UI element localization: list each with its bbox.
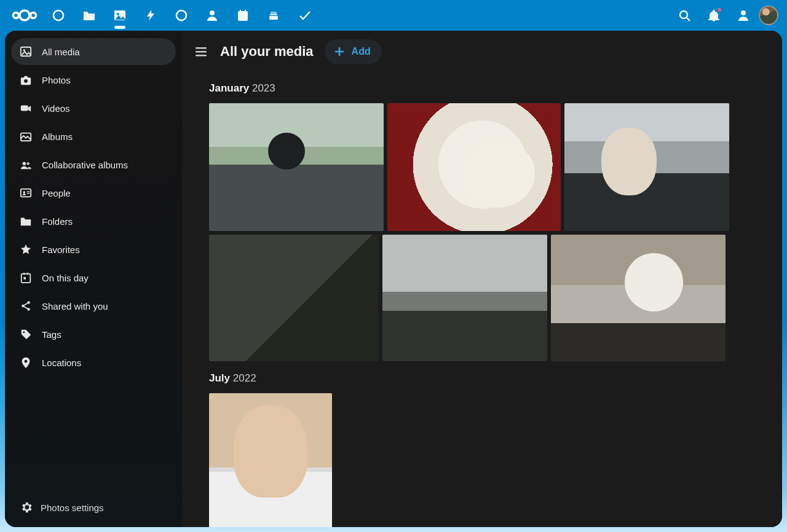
section-year: 2023 [252,82,275,94]
nextcloud-logo[interactable] [9,8,41,23]
media-thumb[interactable] [382,235,547,361]
tray-search[interactable] [678,9,691,22]
section-header: January 2023 [209,82,769,95]
search-icon [678,9,691,22]
top-bar [0,0,787,31]
section-year: 2022 [233,372,256,384]
media-thumb[interactable] [209,393,332,527]
dashboard-icon [52,9,65,22]
app-photos[interactable] [113,9,127,22]
workspace: All media Photos Videos Albums Collabora… [5,31,782,527]
favorites-icon [20,243,32,256]
tray-contacts-menu[interactable] [737,9,750,22]
app-talk[interactable] [175,9,188,22]
page-title: All your media [220,44,314,60]
app-tasks[interactable] [298,9,311,22]
contacts-icon [205,9,219,22]
app-nav [52,9,311,22]
media-grid [209,103,769,361]
sidebar: All media Photos Videos Albums Collabora… [5,31,182,527]
app-dashboard[interactable] [52,9,65,22]
media-grid [209,393,769,527]
sidebar-item-label: Albums [42,131,73,142]
media-thumb[interactable] [387,103,561,231]
talk-icon [175,9,188,22]
sidebar-item-label: Videos [42,103,70,114]
media-thumb[interactable] [209,103,384,231]
sidebar-item-label: People [42,188,71,198]
deck-icon [267,9,280,22]
add-button-label: Add [352,46,371,57]
sidebar-item-label: On this day [42,273,89,283]
contacts-menu-icon [737,9,750,22]
add-button[interactable]: Add [325,39,382,64]
sidebar-item-label: Photos [42,75,71,85]
header-tray [678,9,750,22]
sidebar-item-label: Locations [42,358,81,368]
albums-icon [20,130,32,143]
sidebar-item-tags[interactable]: Tags [11,321,176,348]
notification-dot [717,7,722,12]
media-thumb[interactable] [551,235,726,361]
sidebar-item-all-media[interactable]: All media [11,38,176,65]
section-header: July 2022 [209,372,769,385]
tray-notifications[interactable] [707,9,721,22]
app-files[interactable] [82,9,96,22]
app-calendar[interactable] [236,9,250,22]
content-pane: All your media Add January 2023July 2022 [182,31,782,527]
sidebar-item-albums[interactable]: Albums [11,123,176,150]
media-thumb[interactable] [564,103,729,231]
sidebar-item-label: Favorites [42,244,80,255]
sidebar-item-label: All media [42,47,80,57]
shared-icon [20,300,32,312]
photos-icon [20,74,32,86]
people-icon [20,187,32,199]
sidebar-item-people[interactable]: People [11,179,176,206]
sidebar-item-shared[interactable]: Shared with you [11,292,176,319]
sidebar-item-locations[interactable]: Locations [11,349,176,376]
hamburger-icon [194,45,208,58]
activity-icon [144,9,157,22]
sidebar-item-label: Folders [42,216,73,227]
sidebar-item-photos[interactable]: Photos [11,66,176,93]
photos-icon [113,9,127,22]
gear-icon [20,501,32,514]
media-scroll[interactable]: January 2023July 2022 [182,68,782,527]
section-month: January [209,82,249,94]
content-header: All your media Add [182,31,782,68]
sidebar-item-label: Tags [42,329,61,340]
tasks-icon [298,9,311,22]
sidebar-item-collab[interactable]: Collaborative albums [11,151,176,178]
toggle-sidebar-button[interactable] [193,44,209,60]
files-icon [82,9,96,22]
sidebar-item-folders[interactable]: Folders [11,208,176,235]
photos-settings-label: Photos settings [41,503,104,513]
sidebar-item-videos[interactable]: Videos [11,95,176,122]
sidebar-item-onthisday[interactable]: On this day [11,264,176,291]
collab-icon [20,158,32,171]
sidebar-item-favorites[interactable]: Favorites [11,236,176,263]
app-activity[interactable] [144,9,157,22]
sidebar-item-label: Shared with you [42,301,108,311]
photos-settings-button[interactable]: Photos settings [11,495,176,520]
app-deck[interactable] [267,9,280,22]
sidebar-item-label: Collaborative albums [42,160,128,170]
videos-icon [20,102,32,114]
locations-icon [20,356,32,369]
calendar-icon [236,9,250,22]
all-media-icon [20,45,32,58]
app-contacts[interactable] [205,9,219,22]
section-month: July [209,372,230,384]
plus-icon [333,45,346,58]
onthisday-icon [20,272,32,284]
folders-icon [20,215,32,227]
tags-icon [20,328,32,340]
media-thumb[interactable] [209,235,379,361]
user-avatar[interactable] [759,6,778,25]
